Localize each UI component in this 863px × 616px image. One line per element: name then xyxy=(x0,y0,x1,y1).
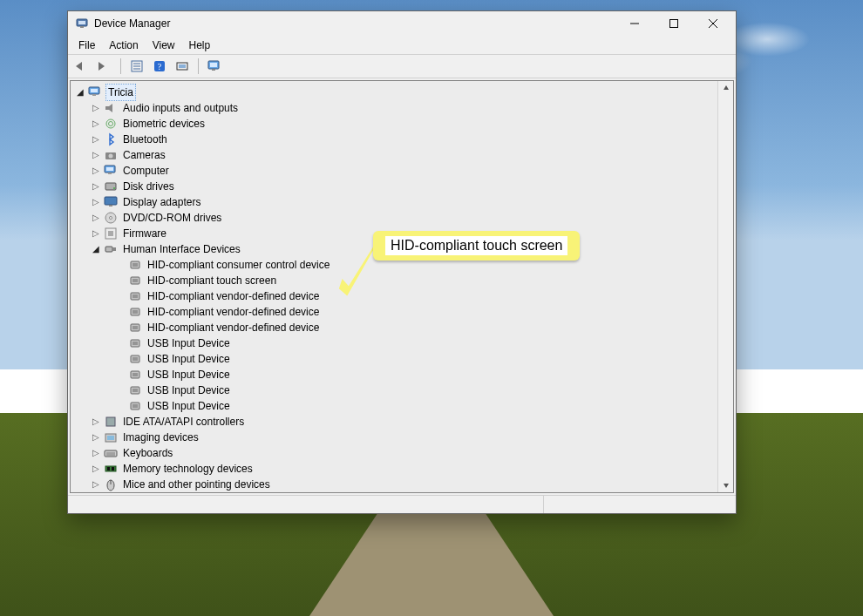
tree-node-label: Firmware xyxy=(121,226,168,241)
menu-action[interactable]: Action xyxy=(102,37,145,53)
svg-rect-17 xyxy=(212,69,215,71)
svg-rect-20 xyxy=(92,94,96,96)
vertical-scrollbar[interactable] xyxy=(717,81,733,492)
show-computer-button[interactable] xyxy=(204,56,225,77)
tree-category[interactable]: ▷Bluetooth xyxy=(74,132,717,147)
properties-button[interactable] xyxy=(126,56,147,77)
chevron-right-icon[interactable]: ▷ xyxy=(90,226,102,241)
back-button[interactable] xyxy=(71,56,92,77)
disk-icon xyxy=(104,179,118,193)
menubar: File Action View Help xyxy=(68,37,736,55)
forward-button[interactable] xyxy=(94,56,115,77)
help-button[interactable]: ? xyxy=(149,56,170,77)
leaf-icon xyxy=(128,352,142,366)
tree-category[interactable]: ▷Keyboards xyxy=(74,445,717,461)
svg-rect-76 xyxy=(107,467,110,470)
chevron-right-icon[interactable]: ▷ xyxy=(90,430,102,445)
tree-category[interactable]: ◢Human Interface Devices xyxy=(74,241,717,257)
svg-rect-1 xyxy=(78,21,85,24)
scroll-up-arrow[interactable] xyxy=(718,81,733,96)
tree-category[interactable]: ▷Memory technology devices xyxy=(74,461,717,477)
leaf-icon xyxy=(128,383,142,397)
scroll-track[interactable] xyxy=(718,96,733,477)
firmware-icon xyxy=(104,227,118,240)
svg-rect-2 xyxy=(80,26,84,28)
device-item-label: USB Input Device xyxy=(146,398,232,414)
chevron-right-icon[interactable]: ▷ xyxy=(90,477,102,492)
tree-device-item[interactable]: HID-compliant vendor-defined device xyxy=(74,320,717,335)
scan-hardware-button[interactable] xyxy=(172,56,193,77)
chevron-right-icon[interactable]: ▷ xyxy=(90,414,102,430)
svg-rect-31 xyxy=(105,197,117,205)
chevron-right-icon[interactable]: ▷ xyxy=(90,163,102,179)
svg-rect-60 xyxy=(131,371,139,378)
menu-help[interactable]: Help xyxy=(182,37,218,53)
tree-category[interactable]: ▷Computer xyxy=(74,163,717,179)
device-item-label: USB Input Device xyxy=(146,382,232,398)
svg-rect-63 xyxy=(131,387,139,394)
svg-rect-38 xyxy=(112,247,116,251)
tree-category[interactable]: ▷Audio inputs and outputs xyxy=(74,100,717,116)
chevron-down-icon[interactable]: ◢ xyxy=(90,241,102,257)
tree-category[interactable]: ▷Imaging devices xyxy=(74,430,717,445)
tree-device-item[interactable]: HID-compliant touch screen xyxy=(74,273,717,288)
menu-view[interactable]: View xyxy=(146,37,182,53)
tree-category[interactable]: ▷Mice and other pointing devices xyxy=(74,477,717,492)
dvd-icon xyxy=(104,211,118,225)
tree-device-item[interactable]: USB Input Device xyxy=(74,382,717,398)
minimize-button[interactable] xyxy=(615,11,654,36)
tree-device-item[interactable]: HID-compliant vendor-defined device xyxy=(74,304,717,320)
svg-rect-4 xyxy=(669,20,677,28)
display-icon xyxy=(104,195,118,209)
chevron-right-icon[interactable]: ▷ xyxy=(90,132,102,147)
chevron-right-icon[interactable]: ▷ xyxy=(90,461,102,477)
chevron-down-icon[interactable]: ◢ xyxy=(74,85,86,100)
chevron-right-icon[interactable]: ▷ xyxy=(90,147,102,163)
tree-device-item[interactable]: USB Input Device xyxy=(74,335,717,351)
close-button[interactable] xyxy=(693,11,732,36)
device-tree[interactable]: ◢Tricia▷Audio inputs and outputs▷Biometr… xyxy=(71,81,733,493)
tree-device-item[interactable]: HID-compliant consumer control device xyxy=(74,257,717,273)
tree-category[interactable]: ▷Biometric devices xyxy=(74,116,717,132)
svg-rect-77 xyxy=(112,467,114,470)
chevron-right-icon[interactable]: ▷ xyxy=(90,179,102,194)
tree-node-label: Computer xyxy=(121,163,171,179)
chevron-right-icon[interactable]: ▷ xyxy=(90,100,102,116)
tree-category[interactable]: ▷Cameras xyxy=(74,147,717,163)
tree-category[interactable]: ▷Display adapters xyxy=(74,194,717,210)
tree-device-item[interactable]: USB Input Device xyxy=(74,367,717,382)
svg-rect-36 xyxy=(108,231,113,236)
device-item-label: HID-compliant vendor-defined device xyxy=(146,288,321,304)
tree-root[interactable]: ◢Tricia xyxy=(74,85,717,100)
svg-rect-54 xyxy=(131,340,139,347)
computer-icon xyxy=(104,164,118,178)
tree-category[interactable]: ▷DVD/CD-ROM drives xyxy=(74,210,717,226)
device-item-label: USB Input Device xyxy=(146,351,232,367)
tree-category[interactable]: ▷Disk drives xyxy=(74,179,717,194)
svg-point-34 xyxy=(110,216,112,219)
speaker-icon xyxy=(104,101,118,115)
tree-device-item[interactable]: USB Input Device xyxy=(74,398,717,414)
device-item-label: HID-compliant consumer control device xyxy=(146,257,331,273)
svg-rect-32 xyxy=(109,205,112,206)
tree-node-label: Biometric devices xyxy=(121,116,207,132)
tree-category[interactable]: ▷IDE ATA/ATAPI controllers xyxy=(74,414,717,430)
tree-node-label: DVD/CD-ROM drives xyxy=(121,210,223,226)
tree-category[interactable]: ▷Firmware xyxy=(74,226,717,241)
chevron-right-icon[interactable]: ▷ xyxy=(90,445,102,461)
chevron-right-icon[interactable]: ▷ xyxy=(90,116,102,132)
svg-rect-57 xyxy=(131,355,139,362)
leaf-icon xyxy=(128,289,142,303)
scroll-down-arrow[interactable] xyxy=(718,477,733,492)
chevron-right-icon[interactable]: ▷ xyxy=(90,210,102,226)
svg-rect-14 xyxy=(179,64,186,68)
menu-file[interactable]: File xyxy=(71,37,102,53)
svg-rect-69 xyxy=(106,417,115,426)
tree-device-item[interactable]: USB Input Device xyxy=(74,351,717,367)
tree-device-item[interactable]: HID-compliant vendor-defined device xyxy=(74,288,717,304)
chevron-right-icon[interactable]: ▷ xyxy=(90,194,102,210)
maximize-button[interactable] xyxy=(654,11,693,36)
titlebar[interactable]: Device Manager xyxy=(68,11,736,37)
hid-icon xyxy=(104,242,118,256)
tree-node-label: Imaging devices xyxy=(121,430,200,445)
